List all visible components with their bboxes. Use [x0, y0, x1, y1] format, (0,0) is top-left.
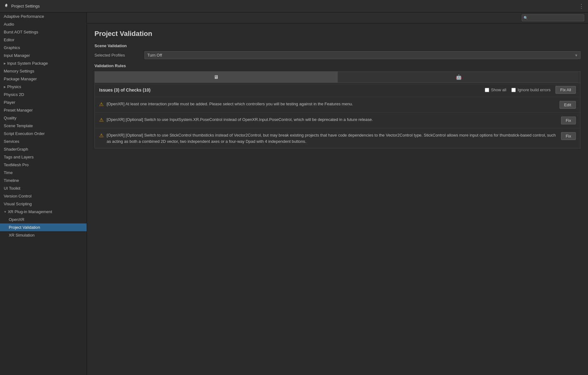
- sidebar-item-graphics[interactable]: Graphics: [0, 44, 87, 52]
- fix-all-button[interactable]: Fix All: [555, 86, 576, 94]
- sidebar-item-label: Preset Manager: [4, 108, 33, 112]
- search-icon: 🔍: [524, 16, 528, 20]
- sidebar-item-physics-2d[interactable]: Physics 2D: [0, 91, 87, 98]
- selected-profiles-select[interactable]: Turn Off: [144, 51, 580, 59]
- validation-rules-label: Validation Rules: [94, 63, 580, 68]
- sidebar-item-version-control[interactable]: Version Control: [0, 192, 87, 200]
- validation-tabs: 🖥 🤖: [94, 71, 580, 83]
- issues-header: Issues (3) of Checks (10) Show all Ignor…: [95, 83, 580, 97]
- warning-icon: ⚠: [99, 101, 104, 107]
- issue-text: [OpenXR] [Optional] Switch to use InputS…: [107, 117, 558, 123]
- sidebar-item-openxr[interactable]: OpenXR: [0, 216, 87, 223]
- sidebar-item-label: Scene Template: [4, 123, 33, 128]
- sidebar-item-label: Editor: [4, 38, 14, 42]
- sidebar-item-player[interactable]: Player: [0, 98, 87, 106]
- issues-container: ⚠[OpenXR] At least one interaction profi…: [95, 97, 580, 148]
- sidebar-item-input-system-package[interactable]: ▶Input System Package: [0, 59, 87, 67]
- issues-title: Issues (3) of Checks (10): [99, 88, 480, 92]
- ignore-build-errors-group: Ignore build errors: [511, 88, 551, 92]
- window-title: Project Settings: [11, 4, 40, 8]
- show-all-label: Show all: [491, 88, 506, 92]
- desktop-icon: 🖥: [214, 74, 219, 80]
- more-options-icon[interactable]: ⋮: [579, 3, 584, 10]
- sidebar-item-textmesh-pro[interactable]: TextMesh Pro: [0, 161, 87, 169]
- title-bar-left: Project Settings: [4, 4, 40, 9]
- sidebar-item-editor[interactable]: Editor: [0, 36, 87, 44]
- selected-profiles-row: Selected Profiles Turn Off ▼: [94, 51, 580, 59]
- sidebar-item-label: TextMesh Pro: [4, 162, 28, 167]
- issues-panel: Issues (3) of Checks (10) Show all Ignor…: [94, 83, 580, 148]
- sidebar-item-label: Adaptive Performance: [4, 14, 44, 19]
- sidebar-item-package-manager[interactable]: Package Manager: [0, 75, 87, 83]
- sidebar-item-preset-manager[interactable]: Preset Manager: [0, 106, 87, 114]
- ignore-build-errors-label: Ignore build errors: [518, 88, 551, 92]
- selected-profiles-label: Selected Profiles: [94, 53, 144, 58]
- issue-text: [OpenXR] At least one interaction profil…: [107, 101, 556, 107]
- sidebar-item-scene-template[interactable]: Scene Template: [0, 122, 87, 130]
- tab-desktop[interactable]: 🖥: [95, 72, 338, 82]
- sidebar-item-label: Timeline: [4, 178, 19, 183]
- sidebar-item-label: Graphics: [4, 45, 20, 50]
- gear-icon: [4, 4, 9, 9]
- sidebar-item-services[interactable]: Services: [0, 138, 87, 145]
- sidebar-item-label: Script Execution Order: [4, 131, 45, 136]
- sidebar-item-tags-and-layers[interactable]: Tags and Layers: [0, 153, 87, 161]
- page-title: Project Validation: [94, 30, 580, 38]
- sidebar-item-label: Audio: [4, 22, 14, 27]
- expand-arrow-icon: ▶: [4, 62, 6, 65]
- sidebar-item-label: Player: [4, 100, 15, 105]
- sidebar-item-script-execution-order[interactable]: Script Execution Order: [0, 130, 87, 138]
- issue-text: [OpenXR] [Optional] Switch to use StickC…: [107, 132, 558, 144]
- sidebar-item-label: Visual Scripting: [4, 202, 32, 206]
- issue-action-button[interactable]: Edit: [560, 101, 576, 109]
- selected-profiles-select-wrap: Turn Off ▼: [144, 51, 580, 59]
- warning-icon: ⚠: [99, 117, 104, 123]
- ignore-build-errors-checkbox[interactable]: [511, 88, 516, 92]
- sidebar-item-label: Version Control: [4, 194, 32, 198]
- sidebar-item-label: Tags and Layers: [4, 155, 33, 159]
- sidebar-item-quality[interactable]: Quality: [0, 114, 87, 122]
- issue-row: ⚠[OpenXR] [Optional] Switch to use Input…: [95, 113, 580, 128]
- sidebar-item-xr-plug-in-management[interactable]: ▼XR Plug-in Management: [0, 208, 87, 216]
- android-icon: 🤖: [456, 74, 462, 80]
- sidebar-item-label: Burst AOT Settings: [4, 30, 38, 34]
- sidebar-item-label: Memory Settings: [4, 69, 34, 73]
- content-inner: Project Validation Scene Validation Sele…: [87, 23, 588, 375]
- sidebar-item-label: Physics: [7, 84, 21, 89]
- search-input[interactable]: [522, 14, 584, 21]
- sidebar-item-label: Input System Package: [7, 61, 48, 66]
- issue-row: ⚠[OpenXR] At least one interaction profi…: [95, 97, 580, 113]
- sidebar-item-label: ShaderGraph: [4, 147, 28, 152]
- sidebar-item-label: XR Simulation: [9, 233, 34, 238]
- warning-icon: ⚠: [99, 132, 104, 138]
- sidebar-item-label: Services: [4, 139, 19, 144]
- main-layout: Adaptive PerformanceAudioBurst AOT Setti…: [0, 12, 588, 375]
- sidebar-item-label: Time: [4, 170, 13, 175]
- issue-action-button[interactable]: Fix: [561, 132, 576, 140]
- sidebar-item-label: Physics 2D: [4, 92, 24, 97]
- expand-arrow-icon: ▶: [4, 85, 6, 88]
- sidebar-item-ui-toolkit[interactable]: UI Toolkit: [0, 184, 87, 192]
- sidebar-item-audio[interactable]: Audio: [0, 20, 87, 28]
- sidebar-item-label: OpenXR: [9, 217, 24, 222]
- tab-android[interactable]: 🤖: [338, 72, 580, 82]
- issue-row: ⚠[OpenXR] [Optional] Switch to use Stick…: [95, 128, 580, 148]
- sidebar-item-xr-simulation[interactable]: XR Simulation: [0, 231, 87, 239]
- sidebar-item-project-validation[interactable]: Project Validation: [0, 223, 87, 231]
- sidebar-item-label: UI Toolkit: [4, 186, 20, 191]
- sidebar-item-input-manager[interactable]: Input Manager: [0, 52, 87, 59]
- show-all-checkbox[interactable]: [485, 88, 489, 92]
- sidebar-item-physics[interactable]: ▶Physics: [0, 83, 87, 91]
- show-all-group: Show all: [485, 88, 506, 92]
- sidebar-item-burst-aot-settings[interactable]: Burst AOT Settings: [0, 28, 87, 36]
- sidebar-item-time[interactable]: Time: [0, 169, 87, 177]
- issue-action-button[interactable]: Fix: [561, 117, 576, 124]
- sidebar-item-label: Quality: [4, 116, 16, 120]
- sidebar-item-adaptive-performance[interactable]: Adaptive Performance: [0, 12, 87, 20]
- sidebar-item-visual-scripting[interactable]: Visual Scripting: [0, 200, 87, 208]
- sidebar-item-timeline[interactable]: Timeline: [0, 177, 87, 184]
- sidebar-item-shadergraph[interactable]: ShaderGraph: [0, 145, 87, 153]
- sidebar-item-memory-settings[interactable]: Memory Settings: [0, 67, 87, 75]
- search-bar: 🔍: [87, 12, 588, 23]
- sidebar-item-label: Project Validation: [9, 225, 40, 230]
